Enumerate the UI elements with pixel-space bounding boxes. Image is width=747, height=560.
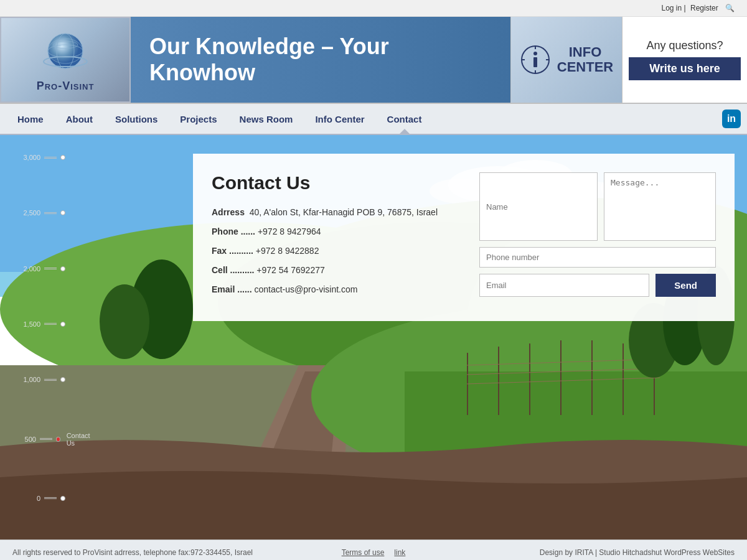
info-center-text: INFO CENTER xyxy=(557,45,613,75)
info-icon xyxy=(520,44,551,75)
nav-infocenter[interactable]: Info Center xyxy=(304,104,375,134)
contact-info: Contact Us Adrress 40, A'alon St, Kfar-H… xyxy=(212,172,461,302)
email-input[interactable] xyxy=(479,274,649,297)
alt-dot-0 xyxy=(60,496,65,501)
nav-home[interactable]: Home xyxy=(6,104,55,134)
contact-card: Contact Us Adrress 40, A'alon St, Kfar-H… xyxy=(193,154,735,321)
send-button[interactable]: Send xyxy=(655,274,716,297)
alt-2000: 2,000 xyxy=(19,265,93,273)
search-icon[interactable]: 🔍 xyxy=(725,4,735,12)
footer: All rights reserved to ProVisint adrress… xyxy=(0,539,747,560)
svg-rect-33 xyxy=(622,343,624,415)
contact-email: Email ...... contact-us@pro-visint.com xyxy=(212,283,461,296)
register-link[interactable]: Register xyxy=(690,4,718,12)
terms-link[interactable]: Terms of use xyxy=(342,548,385,557)
write-us-button[interactable]: Write us here xyxy=(629,57,741,80)
globe-icon xyxy=(40,27,90,77)
name-input[interactable] xyxy=(479,172,598,241)
alt-1500: 1,500 xyxy=(19,320,93,328)
contact-title: Contact Us xyxy=(212,172,461,194)
altitude-markers: 3,000 2,500 2,000 1,500 1,000 500 xyxy=(19,154,93,502)
svg-point-42 xyxy=(100,284,149,359)
alt-2500: 2,500 xyxy=(19,209,93,217)
linkedin-icon[interactable]: in xyxy=(722,110,741,128)
phone-row xyxy=(479,247,716,268)
cta-question: Any questions? xyxy=(646,39,723,52)
contact-phone: Phone ...... +972 8 9427964 xyxy=(212,225,461,238)
top-bar: Log in | Register 🔍 xyxy=(0,0,747,17)
message-textarea[interactable] xyxy=(604,172,716,241)
footer-right: Design by IRITA | Studio Hitchadshut Wor… xyxy=(405,548,735,557)
contact-form: Send xyxy=(479,172,716,302)
svg-rect-32 xyxy=(591,340,593,415)
alt-1000: 1,000 xyxy=(19,376,93,383)
send-row: Send xyxy=(655,274,716,297)
contact-address: Adrress 40, A'alon St, Kfar-Hanagid POB … xyxy=(212,206,461,219)
footer-link[interactable]: link xyxy=(394,548,405,557)
alt-dot-500 xyxy=(56,437,60,442)
main-content: 3,000 2,500 2,000 1,500 1,000 500 xyxy=(0,135,747,539)
login-link[interactable]: Log in xyxy=(661,4,682,12)
alt-dot-2500 xyxy=(60,210,65,215)
alt-contact-label: Contact Us xyxy=(67,432,93,447)
nav-about[interactable]: About xyxy=(55,104,104,134)
logo-name: Pro-Visint xyxy=(37,80,95,93)
alt-3000: 3,000 xyxy=(19,154,93,161)
info-center-section: INFO CENTER xyxy=(510,17,622,103)
alt-0: 0 xyxy=(19,495,93,502)
svg-rect-31 xyxy=(560,340,561,415)
nav-contact[interactable]: Contact xyxy=(376,104,433,134)
svg-rect-9 xyxy=(533,57,537,67)
alt-dot-2000 xyxy=(60,266,65,271)
nav-projects[interactable]: Projects xyxy=(169,104,228,134)
svg-point-8 xyxy=(533,52,537,55)
alt-dot-1000 xyxy=(60,377,65,382)
tagline-section: Our Knowledge – Your Knowhow xyxy=(131,17,510,103)
nav-solutions[interactable]: Solutions xyxy=(104,104,169,134)
tagline-text: Our Knowledge – Your Knowhow xyxy=(149,34,492,86)
email-send-row: Send xyxy=(479,274,716,297)
contact-fax: Fax .......... +972 8 9422882 xyxy=(212,245,461,258)
svg-rect-29 xyxy=(498,347,499,415)
footer-center: Terms of use link xyxy=(342,548,406,557)
svg-rect-30 xyxy=(529,343,530,415)
logo-section: Pro-Visint xyxy=(0,17,131,103)
header: Pro-Visint Our Knowledge – Your Knowhow … xyxy=(0,17,747,104)
nav-newsroom[interactable]: News Room xyxy=(228,104,304,134)
alt-500: 500 Contact Us xyxy=(19,432,93,447)
phone-input[interactable] xyxy=(479,247,716,268)
alt-dot-1500 xyxy=(60,322,65,327)
name-message-row xyxy=(479,172,716,241)
footer-left: All rights reserved to ProVisint adrress… xyxy=(12,548,342,557)
contact-cell: Cell .......... +972 54 7692277 xyxy=(212,264,461,277)
svg-point-1 xyxy=(48,34,83,68)
nav-bar: Home About Solutions Projects News Room … xyxy=(0,104,747,135)
alt-dot-3000 xyxy=(60,155,65,160)
separator: | xyxy=(684,4,686,12)
cta-section: Any questions? Write us here xyxy=(622,17,747,103)
